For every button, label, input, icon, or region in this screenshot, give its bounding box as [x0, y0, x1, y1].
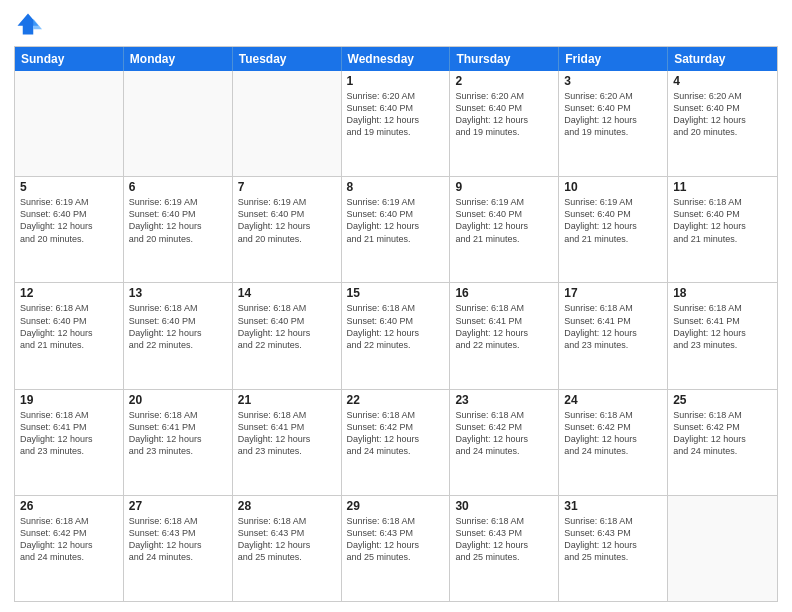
calendar-cell: 14Sunrise: 6:18 AM Sunset: 6:40 PM Dayli… [233, 283, 342, 388]
day-number: 23 [455, 393, 553, 407]
calendar-cell: 6Sunrise: 6:19 AM Sunset: 6:40 PM Daylig… [124, 177, 233, 282]
day-info: Sunrise: 6:20 AM Sunset: 6:40 PM Dayligh… [564, 90, 662, 139]
calendar-cell: 19Sunrise: 6:18 AM Sunset: 6:41 PM Dayli… [15, 390, 124, 495]
day-info: Sunrise: 6:18 AM Sunset: 6:42 PM Dayligh… [347, 409, 445, 458]
calendar-cell: 21Sunrise: 6:18 AM Sunset: 6:41 PM Dayli… [233, 390, 342, 495]
day-info: Sunrise: 6:18 AM Sunset: 6:40 PM Dayligh… [20, 302, 118, 351]
day-info: Sunrise: 6:18 AM Sunset: 6:40 PM Dayligh… [347, 302, 445, 351]
weekday-header-monday: Monday [124, 47, 233, 71]
day-number: 5 [20, 180, 118, 194]
day-info: Sunrise: 6:18 AM Sunset: 6:41 PM Dayligh… [20, 409, 118, 458]
calendar-cell: 26Sunrise: 6:18 AM Sunset: 6:42 PM Dayli… [15, 496, 124, 601]
day-number: 30 [455, 499, 553, 513]
day-number: 1 [347, 74, 445, 88]
day-info: Sunrise: 6:18 AM Sunset: 6:40 PM Dayligh… [673, 196, 772, 245]
calendar-row-1: 5Sunrise: 6:19 AM Sunset: 6:40 PM Daylig… [15, 176, 777, 282]
calendar-cell: 22Sunrise: 6:18 AM Sunset: 6:42 PM Dayli… [342, 390, 451, 495]
calendar-cell: 30Sunrise: 6:18 AM Sunset: 6:43 PM Dayli… [450, 496, 559, 601]
calendar-row-2: 12Sunrise: 6:18 AM Sunset: 6:40 PM Dayli… [15, 282, 777, 388]
day-info: Sunrise: 6:20 AM Sunset: 6:40 PM Dayligh… [455, 90, 553, 139]
weekday-header-sunday: Sunday [15, 47, 124, 71]
day-number: 9 [455, 180, 553, 194]
calendar-cell: 23Sunrise: 6:18 AM Sunset: 6:42 PM Dayli… [450, 390, 559, 495]
day-number: 29 [347, 499, 445, 513]
calendar-row-0: 1Sunrise: 6:20 AM Sunset: 6:40 PM Daylig… [15, 71, 777, 176]
day-number: 18 [673, 286, 772, 300]
calendar-cell: 27Sunrise: 6:18 AM Sunset: 6:43 PM Dayli… [124, 496, 233, 601]
day-info: Sunrise: 6:18 AM Sunset: 6:43 PM Dayligh… [455, 515, 553, 564]
day-info: Sunrise: 6:18 AM Sunset: 6:41 PM Dayligh… [238, 409, 336, 458]
calendar-cell: 28Sunrise: 6:18 AM Sunset: 6:43 PM Dayli… [233, 496, 342, 601]
calendar-cell: 12Sunrise: 6:18 AM Sunset: 6:40 PM Dayli… [15, 283, 124, 388]
calendar-cell [668, 496, 777, 601]
day-number: 8 [347, 180, 445, 194]
day-info: Sunrise: 6:19 AM Sunset: 6:40 PM Dayligh… [20, 196, 118, 245]
calendar-cell: 11Sunrise: 6:18 AM Sunset: 6:40 PM Dayli… [668, 177, 777, 282]
weekday-header-saturday: Saturday [668, 47, 777, 71]
weekday-header-wednesday: Wednesday [342, 47, 451, 71]
day-info: Sunrise: 6:18 AM Sunset: 6:40 PM Dayligh… [129, 302, 227, 351]
calendar-cell [233, 71, 342, 176]
calendar-cell: 24Sunrise: 6:18 AM Sunset: 6:42 PM Dayli… [559, 390, 668, 495]
day-info: Sunrise: 6:18 AM Sunset: 6:41 PM Dayligh… [673, 302, 772, 351]
day-number: 19 [20, 393, 118, 407]
day-number: 25 [673, 393, 772, 407]
day-number: 26 [20, 499, 118, 513]
day-info: Sunrise: 6:18 AM Sunset: 6:42 PM Dayligh… [564, 409, 662, 458]
day-info: Sunrise: 6:18 AM Sunset: 6:43 PM Dayligh… [238, 515, 336, 564]
calendar-row-3: 19Sunrise: 6:18 AM Sunset: 6:41 PM Dayli… [15, 389, 777, 495]
day-number: 20 [129, 393, 227, 407]
day-info: Sunrise: 6:19 AM Sunset: 6:40 PM Dayligh… [238, 196, 336, 245]
day-number: 12 [20, 286, 118, 300]
day-number: 11 [673, 180, 772, 194]
calendar-row-4: 26Sunrise: 6:18 AM Sunset: 6:42 PM Dayli… [15, 495, 777, 601]
calendar-cell: 13Sunrise: 6:18 AM Sunset: 6:40 PM Dayli… [124, 283, 233, 388]
calendar-cell: 2Sunrise: 6:20 AM Sunset: 6:40 PM Daylig… [450, 71, 559, 176]
day-info: Sunrise: 6:18 AM Sunset: 6:43 PM Dayligh… [347, 515, 445, 564]
day-number: 27 [129, 499, 227, 513]
calendar-cell: 25Sunrise: 6:18 AM Sunset: 6:42 PM Dayli… [668, 390, 777, 495]
day-number: 31 [564, 499, 662, 513]
day-info: Sunrise: 6:18 AM Sunset: 6:41 PM Dayligh… [564, 302, 662, 351]
day-number: 7 [238, 180, 336, 194]
day-info: Sunrise: 6:18 AM Sunset: 6:40 PM Dayligh… [238, 302, 336, 351]
day-info: Sunrise: 6:19 AM Sunset: 6:40 PM Dayligh… [347, 196, 445, 245]
day-number: 6 [129, 180, 227, 194]
calendar-cell: 17Sunrise: 6:18 AM Sunset: 6:41 PM Dayli… [559, 283, 668, 388]
calendar-cell: 29Sunrise: 6:18 AM Sunset: 6:43 PM Dayli… [342, 496, 451, 601]
day-number: 10 [564, 180, 662, 194]
calendar-cell: 7Sunrise: 6:19 AM Sunset: 6:40 PM Daylig… [233, 177, 342, 282]
day-number: 17 [564, 286, 662, 300]
day-info: Sunrise: 6:19 AM Sunset: 6:40 PM Dayligh… [129, 196, 227, 245]
weekday-header-tuesday: Tuesday [233, 47, 342, 71]
weekday-header-friday: Friday [559, 47, 668, 71]
day-number: 28 [238, 499, 336, 513]
day-info: Sunrise: 6:18 AM Sunset: 6:42 PM Dayligh… [673, 409, 772, 458]
calendar-cell: 16Sunrise: 6:18 AM Sunset: 6:41 PM Dayli… [450, 283, 559, 388]
logo-icon [14, 10, 42, 38]
day-number: 4 [673, 74, 772, 88]
day-number: 13 [129, 286, 227, 300]
day-number: 2 [455, 74, 553, 88]
day-number: 3 [564, 74, 662, 88]
calendar-cell [124, 71, 233, 176]
day-number: 14 [238, 286, 336, 300]
calendar-cell: 3Sunrise: 6:20 AM Sunset: 6:40 PM Daylig… [559, 71, 668, 176]
calendar-cell: 10Sunrise: 6:19 AM Sunset: 6:40 PM Dayli… [559, 177, 668, 282]
calendar-cell: 1Sunrise: 6:20 AM Sunset: 6:40 PM Daylig… [342, 71, 451, 176]
day-number: 15 [347, 286, 445, 300]
day-number: 16 [455, 286, 553, 300]
calendar-cell: 8Sunrise: 6:19 AM Sunset: 6:40 PM Daylig… [342, 177, 451, 282]
day-info: Sunrise: 6:18 AM Sunset: 6:41 PM Dayligh… [455, 302, 553, 351]
calendar-cell: 20Sunrise: 6:18 AM Sunset: 6:41 PM Dayli… [124, 390, 233, 495]
logo [14, 10, 46, 38]
calendar-cell: 15Sunrise: 6:18 AM Sunset: 6:40 PM Dayli… [342, 283, 451, 388]
calendar-cell: 4Sunrise: 6:20 AM Sunset: 6:40 PM Daylig… [668, 71, 777, 176]
day-number: 22 [347, 393, 445, 407]
calendar: SundayMondayTuesdayWednesdayThursdayFrid… [14, 46, 778, 602]
calendar-cell: 9Sunrise: 6:19 AM Sunset: 6:40 PM Daylig… [450, 177, 559, 282]
day-info: Sunrise: 6:18 AM Sunset: 6:41 PM Dayligh… [129, 409, 227, 458]
calendar-header: SundayMondayTuesdayWednesdayThursdayFrid… [15, 47, 777, 71]
day-info: Sunrise: 6:19 AM Sunset: 6:40 PM Dayligh… [455, 196, 553, 245]
day-info: Sunrise: 6:20 AM Sunset: 6:40 PM Dayligh… [347, 90, 445, 139]
